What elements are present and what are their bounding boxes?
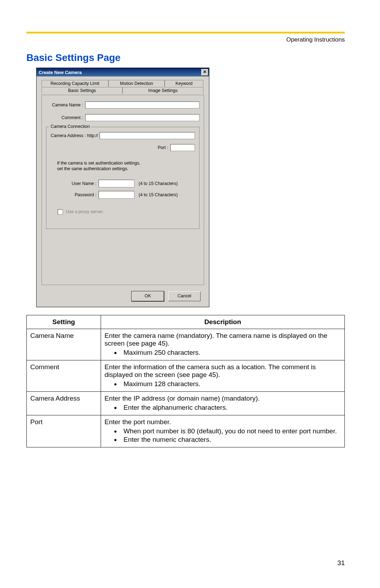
page-number: 31 [337,559,345,567]
settings-description-table: Setting Description Camera NameEnter the… [26,315,345,447]
camera-connection-legend: Camera Connection [49,124,91,129]
tab-motion-detection[interactable]: Motion Detection [108,80,165,87]
section-title: Basic Settings Page [26,52,345,63]
setting-cell: Camera Address [27,392,101,415]
setting-cell: Comment [27,360,101,392]
tab-panel-basic-settings: Camera Name : Comment : Camera Connectio… [42,95,204,285]
auth-instruction: If the camera is set authentication sett… [57,160,195,172]
password-hint: (4 to 15 Characters) [139,192,178,197]
header-divider [26,32,345,33]
port-input[interactable] [170,144,195,151]
setting-cell: Camera Name [27,329,101,360]
dialog-button-row: OK Cancel [42,285,204,301]
password-label: Password : [51,192,99,197]
camera-connection-group: Camera Connection Camera Address : http:… [46,127,200,229]
description-bullet: Enter the alphanumeric characters. [121,404,341,411]
table-row: Camera AddressEnter the IP address (or d… [27,392,345,415]
dialog-body: Recording Capacity Limit Motion Detectio… [37,76,209,307]
dialog-title: Create New Camera [39,70,82,75]
description-bullet: Maximum 250 characters. [121,349,341,357]
port-label: Port : [158,145,168,150]
header-doc-title: Operating Instructions [26,36,345,43]
camera-address-label: Camera Address : http:// [51,133,100,138]
tab-recording-capacity-limit[interactable]: Recording Capacity Limit [42,80,108,87]
proxy-checkbox[interactable] [58,209,63,215]
description-bullet: Maximum 128 characters. [121,380,341,388]
username-label: User Name : [51,181,99,186]
camera-name-input[interactable] [85,101,200,109]
close-icon[interactable]: ✕ [201,69,208,76]
table-row: CommentEnter the information of the came… [27,360,345,392]
comment-input[interactable] [85,114,200,121]
tab-image-settings[interactable]: Image Settings [122,87,203,94]
document-page: Operating Instructions Basic Settings Pa… [0,0,380,588]
description-cell: Enter the port number.When port number i… [101,415,345,447]
tab-basic-settings[interactable]: Basic Settings [42,87,122,94]
setting-cell: Port [27,415,101,447]
dialog-create-new-camera: Create New Camera ✕ Recording Capacity L… [36,68,209,307]
description-cell: Enter the IP address (or domain name) (m… [101,392,345,415]
tab-keyword[interactable]: Keyword [165,80,203,87]
description-bullet: When port number is 80 (default), you do… [121,427,341,435]
tab-strip: Recording Capacity Limit Motion Detectio… [42,80,204,95]
comment-label: Comment : [46,115,85,120]
cancel-button[interactable]: Cancel [168,291,201,301]
table-header-description: Description [101,315,345,329]
ok-button[interactable]: OK [132,291,164,301]
camera-name-label: Camera Name : [46,103,85,107]
camera-address-input[interactable] [100,132,195,139]
description-bullet: Enter the numeric characters. [121,436,341,444]
table-header-setting: Setting [27,315,101,329]
password-input[interactable] [99,191,134,199]
proxy-option: Use a proxy server. [58,209,195,215]
proxy-label: Use a proxy server. [66,209,104,214]
table-row: Camera NameEnter the camera name (mandat… [27,329,345,360]
username-input[interactable] [99,180,134,187]
description-cell: Enter the information of the camera such… [101,360,345,392]
username-hint: (4 to 15 Characters) [139,181,178,186]
table-row: PortEnter the port number.When port numb… [27,415,345,447]
description-cell: Enter the camera name (mandatory). The c… [101,329,345,360]
dialog-titlebar: Create New Camera ✕ [37,68,209,76]
